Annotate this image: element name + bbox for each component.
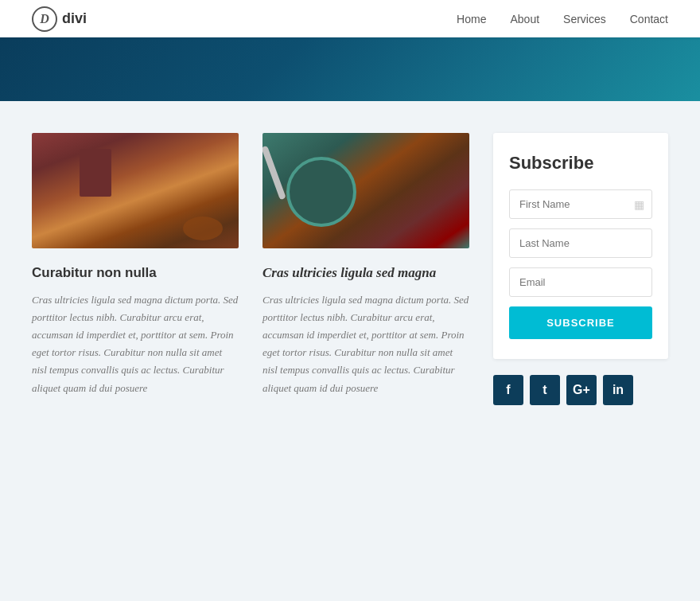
- first-name-input[interactable]: [509, 189, 652, 219]
- logo-letter: D: [40, 12, 49, 26]
- nav-link-services[interactable]: Services: [563, 13, 606, 25]
- linkedin-icon[interactable]: in: [603, 375, 633, 405]
- social-icons: f t G+ in: [493, 375, 668, 405]
- post-card-1: Curabitur non nulla Cras ultricies ligul…: [32, 133, 239, 397]
- field-icon: ▦: [634, 197, 644, 211]
- sidebar: Subscribe ▦ SUBSCRIBE f t G+ in: [493, 133, 668, 405]
- nav-link-about[interactable]: About: [510, 13, 539, 25]
- email-input[interactable]: [509, 267, 652, 297]
- logo[interactable]: D divi: [32, 6, 87, 32]
- nav-links: Home About Services Contact: [457, 13, 668, 25]
- last-name-input[interactable]: [509, 228, 652, 258]
- posts-grid: Curabitur non nulla Cras ultricies ligul…: [32, 133, 469, 397]
- navbar: D divi Home About Services Contact: [0, 0, 700, 37]
- subscribe-box: Subscribe ▦ SUBSCRIBE: [493, 133, 668, 359]
- post-excerpt-1: Cras ultricies ligula sed magna dictum p…: [32, 291, 239, 397]
- hero-banner: [0, 37, 700, 101]
- post-title-1: Curabitur non nulla: [32, 264, 239, 282]
- twitter-icon[interactable]: t: [530, 375, 560, 405]
- logo-name: divi: [62, 10, 87, 27]
- main-content: Curabitur non nulla Cras ultricies ligul…: [0, 101, 700, 437]
- logo-icon: D: [32, 6, 57, 32]
- subscribe-title: Subscribe: [509, 153, 652, 174]
- post-title-2: Cras ultricies ligula sed magna: [262, 264, 469, 282]
- post-card-2: Cras ultricies ligula sed magna Cras ult…: [262, 133, 469, 397]
- posts-column: Curabitur non nulla Cras ultricies ligul…: [32, 133, 469, 397]
- nav-link-home[interactable]: Home: [457, 13, 486, 25]
- post-image-kitchen: [32, 133, 239, 248]
- subscribe-button[interactable]: SUBSCRIBE: [509, 306, 652, 339]
- googleplus-icon[interactable]: G+: [566, 375, 597, 405]
- first-name-wrapper: ▦: [509, 189, 652, 219]
- post-image-food: [262, 133, 469, 248]
- post-excerpt-2: Cras ultricies ligula sed magna dictum p…: [262, 291, 469, 397]
- nav-link-contact[interactable]: Contact: [630, 13, 668, 25]
- facebook-icon[interactable]: f: [493, 375, 523, 405]
